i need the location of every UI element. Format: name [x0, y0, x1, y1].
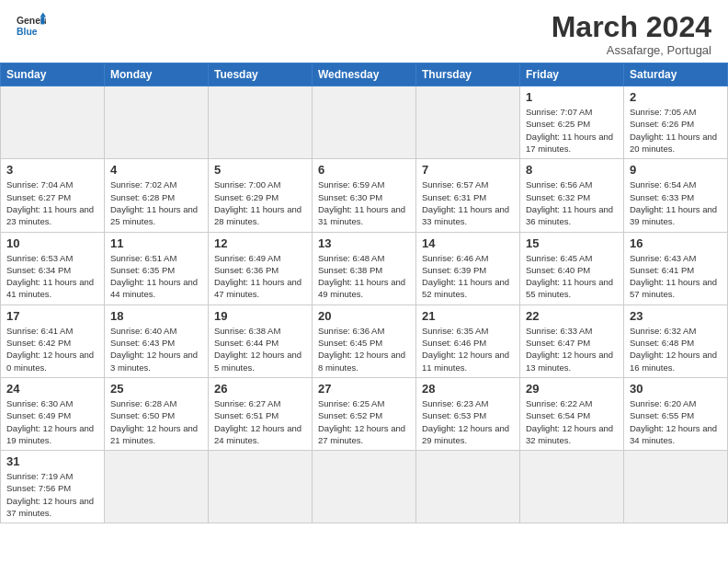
- day-info-29: Sunrise: 6:22 AMSunset: 6:54 PMDaylight:…: [526, 397, 618, 446]
- day-4: 4Sunrise: 7:02 AMSunset: 6:28 PMDaylight…: [105, 159, 209, 232]
- week-row-5: 24Sunrise: 6:30 AMSunset: 6:49 PMDayligh…: [1, 377, 728, 450]
- day-info-21: Sunrise: 6:35 AMSunset: 6:46 PMDaylight:…: [422, 325, 514, 373]
- day-info-22: Sunrise: 6:33 AMSunset: 6:47 PMDaylight:…: [526, 325, 618, 373]
- day-number-3: 3: [6, 163, 98, 177]
- day-number-17: 17: [6, 309, 98, 323]
- day-number-21: 21: [422, 309, 514, 323]
- day-info-24: Sunrise: 6:30 AMSunset: 6:49 PMDaylight:…: [6, 397, 98, 446]
- day-number-22: 22: [526, 309, 618, 323]
- empty-cell: [105, 86, 209, 159]
- day-25: 25Sunrise: 6:28 AMSunset: 6:50 PMDayligh…: [105, 377, 209, 450]
- empty-cell: [313, 86, 416, 159]
- day-19: 19Sunrise: 6:38 AMSunset: 6:44 PMDayligh…: [209, 304, 313, 377]
- day-number-9: 9: [630, 163, 722, 177]
- day-31: 31Sunrise: 7:19 AMSunset: 7:56 PMDayligh…: [1, 451, 105, 523]
- day-number-5: 5: [214, 163, 306, 177]
- day-24: 24Sunrise: 6:30 AMSunset: 6:49 PMDayligh…: [1, 377, 105, 450]
- day-number-29: 29: [526, 382, 618, 396]
- day-number-4: 4: [110, 163, 202, 177]
- header-friday: Friday: [520, 63, 624, 86]
- header-wednesday: Wednesday: [313, 63, 416, 86]
- week-row-4: 17Sunrise: 6:41 AMSunset: 6:42 PMDayligh…: [1, 304, 728, 377]
- day-number-24: 24: [6, 382, 98, 396]
- day-info-13: Sunrise: 6:48 AMSunset: 6:38 PMDaylight:…: [318, 252, 410, 301]
- day-number-26: 26: [214, 382, 306, 396]
- empty-cell: [209, 86, 313, 159]
- day-number-10: 10: [6, 236, 98, 250]
- day-6: 6Sunrise: 6:59 AMSunset: 6:30 PMDaylight…: [313, 159, 416, 232]
- day-16: 16Sunrise: 6:43 AMSunset: 6:41 PMDayligh…: [624, 232, 728, 304]
- day-28: 28Sunrise: 6:23 AMSunset: 6:53 PMDayligh…: [416, 377, 520, 450]
- day-number-1: 1: [526, 90, 618, 104]
- day-info-4: Sunrise: 7:02 AMSunset: 6:28 PMDaylight:…: [110, 178, 202, 227]
- day-number-25: 25: [110, 382, 202, 396]
- page-header: General Blue March 2024 Assafarge, Portu…: [0, 0, 728, 63]
- day-info-30: Sunrise: 6:20 AMSunset: 6:55 PMDaylight:…: [630, 397, 722, 446]
- day-info-10: Sunrise: 6:53 AMSunset: 6:34 PMDaylight:…: [6, 252, 98, 301]
- day-22: 22Sunrise: 6:33 AMSunset: 6:47 PMDayligh…: [520, 304, 624, 377]
- day-21: 21Sunrise: 6:35 AMSunset: 6:46 PMDayligh…: [416, 304, 520, 377]
- day-number-14: 14: [422, 236, 514, 250]
- header-sunday: Sunday: [1, 63, 105, 86]
- day-11: 11Sunrise: 6:51 AMSunset: 6:35 PMDayligh…: [105, 232, 209, 304]
- day-30: 30Sunrise: 6:20 AMSunset: 6:55 PMDayligh…: [624, 377, 728, 450]
- empty-cell: [624, 451, 728, 523]
- empty-cell: [520, 451, 624, 523]
- day-info-1: Sunrise: 7:07 AMSunset: 6:25 PMDaylight:…: [526, 106, 618, 155]
- day-number-7: 7: [422, 163, 514, 177]
- day-number-8: 8: [526, 163, 618, 177]
- day-info-19: Sunrise: 6:38 AMSunset: 6:44 PMDaylight:…: [214, 325, 306, 373]
- weekday-header-row: Sunday Monday Tuesday Wednesday Thursday…: [1, 63, 728, 86]
- day-10: 10Sunrise: 6:53 AMSunset: 6:34 PMDayligh…: [1, 232, 105, 304]
- day-number-6: 6: [318, 163, 410, 177]
- empty-cell: [416, 86, 520, 159]
- day-info-31: Sunrise: 7:19 AMSunset: 7:56 PMDaylight:…: [6, 470, 98, 519]
- day-number-12: 12: [214, 236, 306, 250]
- empty-cell: [105, 451, 209, 523]
- day-5: 5Sunrise: 7:00 AMSunset: 6:29 PMDaylight…: [209, 159, 313, 232]
- day-info-3: Sunrise: 7:04 AMSunset: 6:27 PMDaylight:…: [6, 178, 98, 227]
- calendar-table: Sunday Monday Tuesday Wednesday Thursday…: [0, 63, 728, 523]
- day-number-27: 27: [318, 382, 410, 396]
- logo: General Blue: [17, 11, 46, 40]
- week-row-1: 1Sunrise: 7:07 AMSunset: 6:25 PMDaylight…: [1, 86, 728, 159]
- svg-marker-2: [40, 13, 46, 17]
- day-info-8: Sunrise: 6:56 AMSunset: 6:32 PMDaylight:…: [526, 178, 618, 227]
- day-number-31: 31: [6, 454, 98, 468]
- day-14: 14Sunrise: 6:46 AMSunset: 6:39 PMDayligh…: [416, 232, 520, 304]
- empty-cell: [313, 451, 416, 523]
- day-12: 12Sunrise: 6:49 AMSunset: 6:36 PMDayligh…: [209, 232, 313, 304]
- week-row-3: 10Sunrise: 6:53 AMSunset: 6:34 PMDayligh…: [1, 232, 728, 304]
- day-info-12: Sunrise: 6:49 AMSunset: 6:36 PMDaylight:…: [214, 252, 306, 301]
- day-number-20: 20: [318, 309, 410, 323]
- day-info-23: Sunrise: 6:32 AMSunset: 6:48 PMDaylight:…: [630, 325, 722, 373]
- day-info-7: Sunrise: 6:57 AMSunset: 6:31 PMDaylight:…: [422, 178, 514, 227]
- day-29: 29Sunrise: 6:22 AMSunset: 6:54 PMDayligh…: [520, 377, 624, 450]
- day-info-28: Sunrise: 6:23 AMSunset: 6:53 PMDaylight:…: [422, 397, 514, 446]
- day-13: 13Sunrise: 6:48 AMSunset: 6:38 PMDayligh…: [313, 232, 416, 304]
- svg-rect-3: [40, 17, 44, 24]
- day-17: 17Sunrise: 6:41 AMSunset: 6:42 PMDayligh…: [1, 304, 105, 377]
- day-info-26: Sunrise: 6:27 AMSunset: 6:51 PMDaylight:…: [214, 397, 306, 446]
- day-number-2: 2: [630, 90, 722, 104]
- location-subtitle: Assafarge, Portugal: [552, 43, 711, 57]
- day-number-28: 28: [422, 382, 514, 396]
- day-number-16: 16: [630, 236, 722, 250]
- day-info-20: Sunrise: 6:36 AMSunset: 6:45 PMDaylight:…: [318, 325, 410, 373]
- day-7: 7Sunrise: 6:57 AMSunset: 6:31 PMDaylight…: [416, 159, 520, 232]
- header-saturday: Saturday: [624, 63, 728, 86]
- week-row-2: 3Sunrise: 7:04 AMSunset: 6:27 PMDaylight…: [1, 159, 728, 232]
- day-info-14: Sunrise: 6:46 AMSunset: 6:39 PMDaylight:…: [422, 252, 514, 301]
- day-1: 1Sunrise: 7:07 AMSunset: 6:25 PMDaylight…: [520, 86, 624, 159]
- day-8: 8Sunrise: 6:56 AMSunset: 6:32 PMDaylight…: [520, 159, 624, 232]
- month-title: March 2024: [552, 11, 711, 43]
- day-info-9: Sunrise: 6:54 AMSunset: 6:33 PMDaylight:…: [630, 178, 722, 227]
- day-number-18: 18: [110, 309, 202, 323]
- empty-cell: [416, 451, 520, 523]
- day-number-30: 30: [630, 382, 722, 396]
- day-info-17: Sunrise: 6:41 AMSunset: 6:42 PMDaylight:…: [6, 325, 98, 373]
- day-info-15: Sunrise: 6:45 AMSunset: 6:40 PMDaylight:…: [526, 252, 618, 301]
- day-info-18: Sunrise: 6:40 AMSunset: 6:43 PMDaylight:…: [110, 325, 202, 373]
- day-info-11: Sunrise: 6:51 AMSunset: 6:35 PMDaylight:…: [110, 252, 202, 301]
- day-number-11: 11: [110, 236, 202, 250]
